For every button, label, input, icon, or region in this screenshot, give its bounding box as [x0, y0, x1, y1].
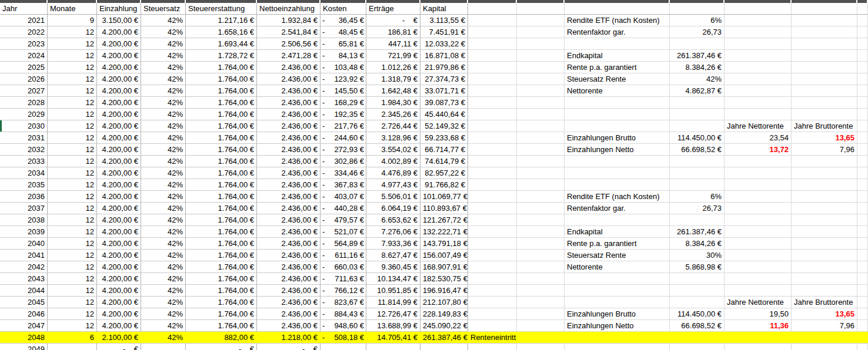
- cell-steuererstattung[interactable]: 1.693,44 €: [186, 38, 257, 50]
- cell-kapital[interactable]: 212.107,80 €: [420, 297, 468, 308]
- cell-summary-value[interactable]: [670, 167, 725, 179]
- cell-einzahlung[interactable]: 4.200,00 €: [97, 97, 141, 109]
- cell-jahre-nettorente[interactable]: [725, 38, 792, 50]
- cell-empty[interactable]: [517, 179, 565, 191]
- cell-empty[interactable]: [857, 26, 868, 38]
- cell-empty[interactable]: [857, 85, 868, 97]
- cell-summary-label[interactable]: Rendite ETF (nach Kosten): [565, 15, 670, 26]
- cell-steuererstattung[interactable]: 1.764,00 €: [186, 214, 257, 226]
- cell-jahre-nettorente[interactable]: [725, 50, 792, 62]
- column-header[interactable]: Kosten: [321, 3, 366, 15]
- cell-kapital[interactable]: 101.069,77 €: [420, 191, 468, 203]
- cell-jahre-nettorente[interactable]: 13,72: [725, 144, 792, 156]
- cell-ertraege[interactable]: 4.977,43 €: [366, 179, 420, 191]
- cell-monate[interactable]: 12: [48, 144, 97, 156]
- cell-einzahlung[interactable]: 4.200,00 €: [97, 191, 141, 203]
- cell-note[interactable]: [468, 238, 517, 250]
- cell-steuererstattung[interactable]: 1.764,00 €: [186, 109, 257, 120]
- cell-note[interactable]: [468, 156, 517, 167]
- cell-steuersatz[interactable]: 42%: [141, 191, 186, 203]
- cell-jahre-bruttorente[interactable]: [792, 15, 857, 26]
- cell-summary-label[interactable]: [565, 167, 670, 179]
- cell-nettoeinzahlung[interactable]: 2.436,00 €: [257, 85, 321, 97]
- cell-jahr[interactable]: 2049: [0, 344, 48, 350]
- cell-kosten[interactable]: -611,16 €: [321, 250, 366, 261]
- cell-einzahlung[interactable]: 4.200,00 €: [97, 156, 141, 167]
- cell-monate[interactable]: 12: [48, 156, 97, 167]
- cell-einzahlung[interactable]: 4.200,00 €: [97, 273, 141, 285]
- cell-einzahlung[interactable]: 4.200,00 €: [97, 238, 141, 250]
- cell-summary-value[interactable]: 8.384,26 €: [670, 62, 725, 73]
- cell-kosten[interactable]: [321, 344, 366, 350]
- cell-summary-label[interactable]: [565, 273, 670, 285]
- cell-empty[interactable]: [517, 132, 565, 144]
- column-header[interactable]: Nettoeinzahlung: [257, 3, 321, 15]
- cell-kosten[interactable]: -521,07 €: [321, 226, 366, 238]
- cell-ertraege[interactable]: 4.476,89 €: [366, 167, 420, 179]
- cell-jahre-bruttorente[interactable]: [792, 273, 857, 285]
- cell-jahr[interactable]: 2040: [0, 238, 48, 250]
- cell-jahr[interactable]: 2027: [0, 85, 48, 97]
- cell-empty[interactable]: [857, 156, 868, 167]
- cell-kosten[interactable]: -192,35 €: [321, 109, 366, 120]
- cell-summary-value[interactable]: 6%: [670, 191, 725, 203]
- cell-nettoeinzahlung[interactable]: 2.436,00 €: [257, 297, 321, 308]
- cell-empty[interactable]: [857, 3, 868, 15]
- cell-summary-value[interactable]: 114.450,00 €: [670, 132, 725, 144]
- cell-einzahlung[interactable]: 4.200,00 €: [97, 144, 141, 156]
- cell-jahre-nettorente[interactable]: [725, 344, 792, 350]
- cell-einzahlung[interactable]: 4.200,00 €: [97, 109, 141, 120]
- cell-steuersatz[interactable]: 42%: [141, 179, 186, 191]
- cell-jahr[interactable]: 2031: [0, 132, 48, 144]
- cell-note[interactable]: [468, 320, 517, 332]
- cell-empty[interactable]: [857, 332, 868, 344]
- cell-jahre-nettorente[interactable]: [725, 62, 792, 73]
- cell-empty[interactable]: [517, 26, 565, 38]
- cell-steuersatz[interactable]: 42%: [141, 15, 186, 26]
- cell-empty[interactable]: [517, 144, 565, 156]
- cell-monate[interactable]: 12: [48, 250, 97, 261]
- cell-jahre-bruttorente[interactable]: [792, 203, 857, 214]
- cell-kapital[interactable]: 143.791,18 €: [420, 238, 468, 250]
- cell-jahre-nettorente[interactable]: [725, 273, 792, 285]
- cell-ertraege[interactable]: 186,81 €: [366, 26, 420, 38]
- cell-jahr[interactable]: 2033: [0, 156, 48, 167]
- cell-summary-value[interactable]: [670, 156, 725, 167]
- cell-steuersatz[interactable]: 42%: [141, 26, 186, 38]
- cell-summary-value[interactable]: 5.868,98 €: [670, 261, 725, 273]
- cell-summary-value[interactable]: 261.387,46 €: [670, 50, 725, 62]
- cell-jahr[interactable]: 2025: [0, 62, 48, 73]
- cell-empty[interactable]: [857, 62, 868, 73]
- cell-steuersatz[interactable]: 42%: [141, 332, 186, 344]
- cell-jahre-nettorente[interactable]: Jahre Nettorente: [725, 120, 792, 132]
- cell-einzahlung[interactable]: 4.200,00 €: [97, 132, 141, 144]
- cell-jahre-bruttorente[interactable]: Jahre Bruttorente: [792, 297, 857, 308]
- cell-empty[interactable]: [517, 285, 565, 297]
- cell-steuersatz[interactable]: 42%: [141, 38, 186, 50]
- cell-nettoeinzahlung[interactable]: 2.436,00 €: [257, 261, 321, 273]
- cell-kapital[interactable]: [420, 344, 468, 350]
- cell-summary-value[interactable]: 26,73: [670, 203, 725, 214]
- cell-summary-label[interactable]: Rente p.a. garantiert: [565, 62, 670, 73]
- cell-monate[interactable]: 12: [48, 50, 97, 62]
- cell-monate[interactable]: 12: [48, 179, 97, 191]
- cell-monate[interactable]: 12: [48, 132, 97, 144]
- cell-steuersatz[interactable]: 42%: [141, 156, 186, 167]
- cell-summary-label[interactable]: Endkapital: [565, 50, 670, 62]
- cell-jahre-nettorente[interactable]: [725, 214, 792, 226]
- cell-jahr[interactable]: 2046: [0, 308, 48, 320]
- cell-jahre-bruttorente[interactable]: [792, 109, 857, 120]
- cell-note[interactable]: [468, 191, 517, 203]
- cell-summary-label[interactable]: [565, 97, 670, 109]
- cell-empty[interactable]: [517, 109, 565, 120]
- cell-jahr[interactable]: 2044: [0, 285, 48, 297]
- column-header[interactable]: Erträge: [366, 3, 420, 15]
- cell-steuersatz[interactable]: 42%: [141, 97, 186, 109]
- cell-jahre-bruttorente[interactable]: [792, 62, 857, 73]
- cell-ertraege[interactable]: 447,11 €: [366, 38, 420, 50]
- cell-note[interactable]: [468, 308, 517, 320]
- cell-kapital[interactable]: 168.907,91 €: [420, 261, 468, 273]
- cell-steuersatz[interactable]: [141, 344, 186, 350]
- cell-kapital[interactable]: 110.893,67 €: [420, 203, 468, 214]
- cell-steuersatz[interactable]: 42%: [141, 144, 186, 156]
